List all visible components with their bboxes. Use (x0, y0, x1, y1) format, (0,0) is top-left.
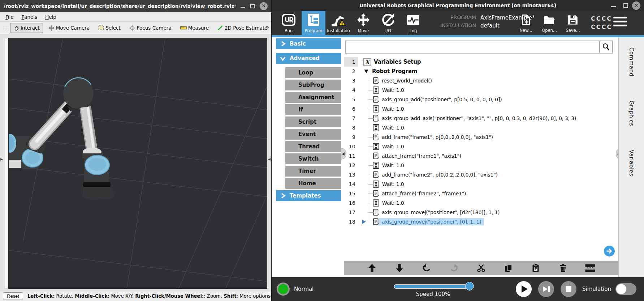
sidebar-section-basic[interactable]: Basic (276, 38, 341, 49)
tree-node[interactable]: reset_world_model() (373, 77, 435, 84)
program-tree-row[interactable]: 14Wait: 1.0 (344, 179, 619, 189)
file-action-new[interactable]: New... (516, 12, 536, 33)
side-tab-variables[interactable]: Variables (628, 150, 635, 176)
tree-node[interactable]: add_frame("frame1", p[0,0,.2,0,0,0], "ax… (373, 133, 496, 141)
edit-cut-button[interactable] (476, 263, 486, 273)
edit-paste-button[interactable] (531, 263, 541, 273)
sidebar-item-assignment[interactable]: Assignment (285, 92, 341, 103)
program-tree-row[interactable]: 3reset_world_model() (344, 76, 619, 85)
nav-tab-run[interactable]: Run (277, 11, 301, 35)
program-tree-row[interactable]: 9add_frame("frame1", p[0,0,.2,0,0,0], "a… (344, 132, 619, 142)
minimize-icon[interactable] (241, 7, 245, 8)
sidebar-item-thread[interactable]: Thread (285, 141, 341, 152)
program-tree-row[interactable]: 1XVariables Setup (344, 57, 619, 67)
tree-node[interactable]: axis_group_movej("positioner", [d2r(180)… (373, 209, 502, 216)
tree-node[interactable]: XVariables Setup (363, 58, 424, 66)
program-tree-row[interactable]: 2Robot Program (344, 67, 619, 76)
nav-tab-installation[interactable]: Installation (327, 11, 350, 35)
panel-collapse-handle-icon[interactable]: ◀ (268, 157, 271, 161)
tool-button-2d-pose-estimate[interactable]: 2D Pose Estimate (214, 23, 271, 33)
speed-slider-thumb[interactable] (465, 282, 474, 291)
tree-node[interactable]: Wait: 1.0 (373, 199, 407, 207)
next-step-button[interactable] (604, 246, 615, 257)
maximize-icon[interactable] (250, 4, 255, 8)
program-tree-row[interactable]: 17axis_group_movej("positioner", [d2r(18… (344, 208, 619, 217)
reset-button[interactable]: Reset (3, 292, 23, 300)
tree-node[interactable]: attach_frame("frame2", "frame1") (373, 190, 469, 197)
program-tree-row[interactable]: 18axis_group_movej("positioner", [0], 1,… (344, 217, 619, 226)
tool-button-measure[interactable]: Measure (177, 23, 212, 33)
program-tree-row[interactable]: 12Wait: 1.0 (344, 161, 619, 170)
step-button[interactable] (538, 281, 554, 297)
panel-expand-handle-icon[interactable]: ▶ (0, 157, 3, 161)
program-tree-row[interactable]: 16Wait: 1.0 (344, 198, 619, 208)
tree-node[interactable]: Robot Program (363, 68, 420, 75)
close-icon[interactable]: ✕ (260, 2, 268, 10)
tree-node[interactable]: attach_frame("frame1", "axis1") (373, 152, 464, 160)
tree-node[interactable]: Wait: 1.0 (373, 162, 407, 169)
close-icon[interactable]: ✕ (632, 1, 640, 10)
tree-node[interactable]: Wait: 1.0 (373, 105, 407, 113)
tree-node[interactable]: Wait: 1.0 (373, 86, 407, 94)
edit-move-down-button[interactable] (394, 263, 405, 273)
tree-node[interactable]: Wait: 1.0 (373, 181, 407, 188)
sidebar-item-event[interactable]: Event (285, 129, 341, 140)
menu-item-file[interactable]: File (1, 14, 18, 20)
tool-button-select[interactable]: Select (95, 23, 124, 33)
tool-button-focus-camera[interactable]: Focus Camera (126, 23, 175, 33)
tool-button-move-camera[interactable]: Move Camera (45, 23, 93, 33)
minimize-icon[interactable] (611, 6, 616, 7)
hamburger-menu-icon[interactable] (613, 17, 627, 26)
tree-node[interactable]: add_frame("frame2", p[0,0.2,.2,0,0,0], "… (373, 171, 501, 178)
edit-undo-button[interactable] (422, 263, 432, 273)
sidebar-item-timer[interactable]: Timer (285, 166, 341, 177)
sidebar-item-loop[interactable]: Loop (285, 67, 341, 78)
tool-button-interact[interactable]: Interact (10, 23, 43, 33)
side-tab-command[interactable]: Command (628, 47, 635, 77)
nav-tab-move[interactable]: Move (351, 11, 375, 35)
program-tree-row[interactable]: 4Wait: 1.0 (344, 85, 619, 95)
program-tree-row[interactable]: 5axis_group_add("positioner", p[0.5, 0, … (344, 95, 619, 104)
robot-status-indicator[interactable] (277, 283, 290, 296)
play-button[interactable] (516, 281, 532, 297)
sidebar-item-subprog[interactable]: SubProg (285, 80, 341, 90)
side-tab-graphics[interactable]: Graphics (628, 101, 635, 126)
program-tree-row[interactable]: 6Wait: 1.0 (344, 104, 619, 114)
program-tree-row[interactable]: 8Wait: 1.0 (344, 123, 619, 132)
file-action-save[interactable]: Save... (563, 12, 583, 33)
program-tree-row[interactable]: 13add_frame("frame2", p[0,0.2,.2,0,0,0],… (344, 170, 619, 179)
tree-node[interactable]: axis_group_add_axis("positioner", "axis1… (373, 115, 579, 122)
menu-item-help[interactable]: Help (41, 14, 60, 20)
rviz-3d-viewport[interactable] (8, 38, 267, 289)
edit-move-up-button[interactable] (367, 263, 377, 273)
edit-delete-button[interactable] (558, 263, 568, 273)
speed-slider-track[interactable] (394, 284, 472, 289)
sidebar-section-templates[interactable]: Templates (276, 190, 341, 201)
program-tree-row[interactable]: 7axis_group_add_axis("positioner", "axis… (344, 114, 619, 123)
program-tree-row[interactable]: 15attach_frame("frame2", "frame1") (344, 189, 619, 198)
toolbar-overflow-button[interactable]: » (265, 24, 269, 30)
tree-node-selected[interactable]: axis_group_movej("positioner", [0], 1, 1… (373, 218, 484, 225)
program-tree-row[interactable]: 10Wait: 1.0 (344, 142, 619, 151)
sidebar-item-home[interactable]: Home (285, 178, 341, 189)
sidebar-section-advanced[interactable]: Advanced (276, 53, 341, 64)
maximize-icon[interactable] (623, 3, 628, 8)
nav-tab-log[interactable]: Log (401, 11, 425, 35)
toolbar-grip-icon[interactable]: ⋮⋮ (1, 26, 7, 30)
search-button[interactable] (599, 41, 612, 53)
sidebar-item-script[interactable]: Script (285, 116, 341, 127)
program-tree-row[interactable]: 11attach_frame("frame1", "axis1") (344, 151, 619, 161)
menu-item-panels[interactable]: Panels (18, 14, 41, 20)
simulation-toggle[interactable] (615, 283, 636, 295)
tree-node[interactable]: Wait: 1.0 (373, 143, 407, 150)
edit-suppress-button[interactable] (585, 263, 595, 273)
stop-button[interactable] (561, 281, 576, 297)
nav-tab-program[interactable]: Program (302, 11, 325, 35)
nav-tab-io[interactable]: I/O (376, 11, 400, 35)
edit-copy-button[interactable] (503, 263, 514, 273)
sidebar-item-if[interactable]: If (285, 104, 341, 115)
file-action-open[interactable]: Open... (539, 12, 559, 33)
sidebar-item-switch[interactable]: Switch (285, 153, 341, 164)
search-input[interactable] (346, 41, 599, 53)
tree-node[interactable]: axis_group_add("positioner", p[0.5, 0, 0… (373, 96, 505, 103)
